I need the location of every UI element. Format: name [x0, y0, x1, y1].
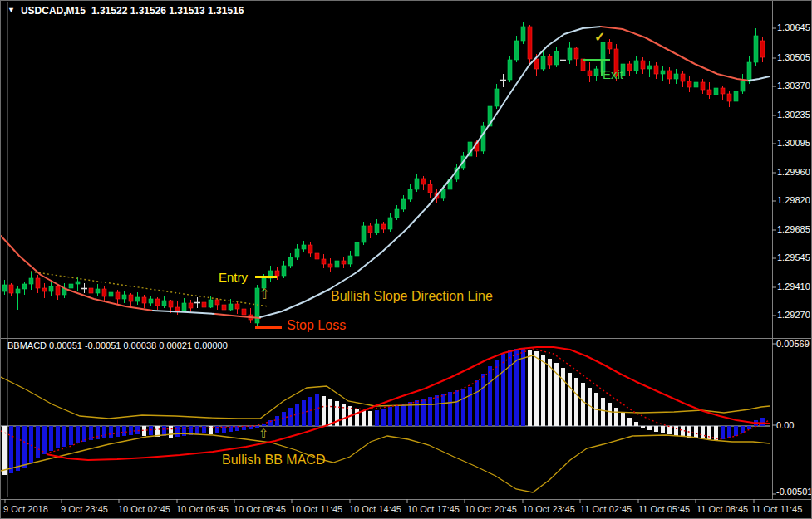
macd-histogram-bar — [182, 426, 186, 436]
candle-body — [661, 71, 665, 74]
candle-body — [295, 249, 299, 257]
candle-body — [282, 266, 286, 276]
macd-histogram-bar — [634, 422, 638, 426]
time-axis-label: 9 Oct 23:45 — [61, 504, 108, 514]
macd-histogram-bar — [62, 426, 66, 447]
candle-body — [202, 302, 206, 307]
macd-histogram-bar — [481, 374, 485, 426]
entry-price-dash[interactable] — [255, 276, 277, 278]
macd-histogram-bar — [441, 394, 445, 426]
macd-histogram-bar — [614, 408, 618, 426]
candle-body — [362, 226, 366, 242]
macd-histogram-bar — [727, 426, 731, 438]
macd-histogram-bar — [415, 400, 419, 426]
symbol-dropdown-icon[interactable]: ▼ — [7, 6, 15, 14]
macd-histogram-bar — [667, 426, 672, 434]
time-axis-label: 10 Oct 17:45 — [407, 504, 460, 514]
candle-body — [674, 74, 678, 79]
macd-histogram-bar — [448, 392, 452, 426]
candle-body — [2, 285, 7, 291]
stop-loss-label[interactable]: Stop Loss — [287, 318, 346, 333]
macd-histogram-bar — [621, 413, 625, 426]
exit-annotation-label[interactable]: Exit — [603, 67, 623, 81]
candle-body — [322, 259, 326, 264]
candle-body — [654, 66, 658, 74]
macd-histogram-bar — [574, 378, 578, 426]
candle-body — [288, 257, 293, 266]
candle-body — [647, 66, 652, 69]
price-axis-label: 1.30505 — [777, 52, 810, 62]
macd-histogram-bar — [362, 410, 366, 426]
macd-histogram-bar — [202, 426, 206, 433]
price-axis-label: 1.29820 — [777, 195, 810, 205]
macd-histogram-bar — [42, 426, 47, 454]
slope-direction-line-label[interactable]: Bullish Slope Direction Line — [331, 289, 493, 304]
candle-body — [182, 303, 186, 311]
macd-histogram-bar — [475, 380, 479, 426]
candle-body — [514, 41, 519, 60]
candle-body — [747, 62, 751, 81]
candle-body — [22, 284, 27, 289]
candle-body — [428, 184, 432, 193]
time-axis-label: 11 Oct 05:45 — [638, 504, 690, 514]
entry-up-arrow-icon[interactable]: ⇧ — [258, 286, 270, 303]
price-axis-label: 1.30095 — [777, 138, 810, 148]
chart-canvas[interactable] — [1, 1, 812, 519]
candle-body — [368, 226, 372, 233]
candle-body — [315, 253, 319, 259]
candle-body — [209, 300, 213, 307]
bb-macd-label[interactable]: Bullish BB MACD — [222, 453, 325, 468]
candle-body — [355, 242, 359, 256]
time-axis-label: 10 Oct 08:45 — [234, 504, 286, 514]
candle-body — [335, 261, 339, 267]
candle-body — [96, 289, 100, 293]
candle-body — [155, 299, 160, 306]
candle-body — [395, 209, 399, 218]
candle-body — [681, 74, 685, 81]
candle-body — [608, 42, 612, 49]
stop-loss-dash[interactable] — [255, 326, 282, 329]
candle-body — [109, 292, 113, 296]
candle-body — [741, 81, 745, 91]
candle-body — [129, 295, 133, 301]
candle-body — [302, 245, 306, 249]
candle-body — [508, 60, 512, 80]
price-axis-label: 1.30370 — [777, 81, 810, 91]
candle-body — [634, 61, 638, 71]
entry-annotation-label[interactable]: Entry — [219, 270, 248, 284]
macd-histogram-bar — [534, 351, 539, 426]
macd-histogram-bar — [661, 426, 665, 433]
candle-body — [581, 59, 585, 71]
candle-body — [175, 307, 180, 311]
candle-body — [401, 199, 406, 209]
candle-body — [641, 61, 645, 69]
macd-histogram-bar — [102, 426, 106, 438]
candle-body — [714, 88, 718, 95]
candle-body — [727, 94, 731, 101]
time-axis-label: 11 Oct 02:45 — [580, 504, 632, 514]
indicator-up-arrow-icon[interactable]: ⇧ — [258, 426, 269, 441]
candle-body — [222, 305, 226, 310]
candle-body — [388, 218, 392, 229]
exit-marker-hline[interactable] — [583, 59, 610, 61]
candle-body — [76, 282, 80, 284]
macd-histogram-bar — [29, 426, 33, 463]
candle-body — [701, 82, 705, 90]
candle-body — [328, 264, 332, 267]
macd-histogram-bar — [122, 426, 126, 436]
time-axis-label: 9 Oct 2018 — [3, 504, 48, 514]
candle-body — [421, 179, 426, 184]
candle-body — [594, 69, 598, 76]
macd-histogram-bar — [381, 409, 386, 426]
candle-body — [29, 278, 33, 284]
candle-body — [381, 224, 386, 229]
candle-body — [754, 36, 758, 62]
candle-body — [548, 56, 552, 65]
candle-body — [441, 189, 445, 198]
macd-histogram-bar — [16, 426, 20, 471]
check-icon[interactable]: ✓ — [594, 29, 605, 45]
time-axis-label: 10 Oct 05:45 — [176, 504, 229, 514]
price-axis-label: 1.29685 — [777, 224, 810, 234]
candle-body — [554, 51, 559, 65]
macd-histogram-bar — [375, 410, 379, 426]
